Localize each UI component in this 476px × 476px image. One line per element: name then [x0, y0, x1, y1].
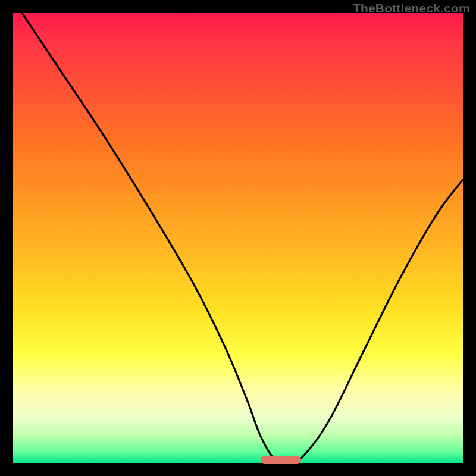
bottleneck-curve	[13, 13, 463, 463]
watermark-text: TheBottleneck.com	[353, 1, 470, 15]
chart-frame: TheBottleneck.com	[0, 0, 476, 476]
sweet-spot-marker	[261, 456, 301, 464]
plot-area	[13, 13, 463, 463]
